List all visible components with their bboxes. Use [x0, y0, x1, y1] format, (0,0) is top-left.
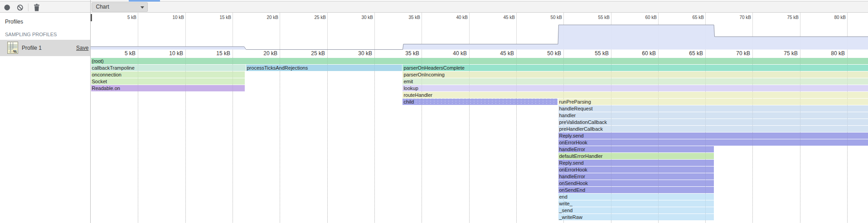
svg-text:%: %: [13, 49, 17, 54]
